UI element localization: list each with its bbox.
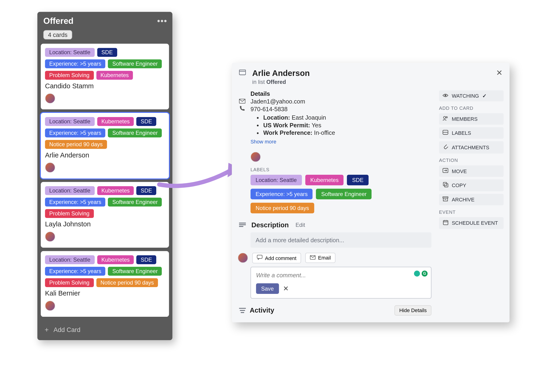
members-label: MEMBERS [452, 116, 478, 122]
card-label[interactable]: Problem Solving [45, 209, 94, 218]
description-icon [238, 222, 247, 229]
archive-icon [443, 196, 448, 203]
email-tab-icon [310, 255, 316, 261]
card-label[interactable]: Kubernetes [97, 117, 134, 126]
modal-label[interactable]: Software Engineer [316, 189, 372, 199]
column-title: Offered [43, 16, 73, 26]
card-label[interactable]: SDE [136, 255, 156, 264]
labels-label: LABELS [452, 130, 471, 136]
archive-label: ARCHIVE [452, 196, 475, 202]
watching-button[interactable]: WATCHING ✓ [439, 91, 504, 101]
card-avatar[interactable] [45, 231, 55, 242]
close-icon[interactable]: ✕ [494, 68, 505, 78]
card-label[interactable]: Software Engineer [108, 128, 162, 137]
modal-label[interactable]: Location: Seattle [251, 175, 302, 185]
email-tab[interactable]: Email [305, 253, 335, 263]
card-list: Location: SeattleSDEExperience: >5 years… [37, 43, 172, 321]
hide-details-button[interactable]: Hide Details [395, 305, 431, 316]
column-menu-icon[interactable]: ••• [157, 16, 167, 26]
grammarly-widget: G [414, 271, 428, 276]
card-labels-row: Location: SeattleKubernetesSDEExperience… [45, 186, 165, 218]
detail-bullet: Work Preference: In-office [263, 129, 432, 136]
card-label[interactable]: Kubernetes [96, 71, 133, 80]
comment-bubble-icon [257, 255, 262, 261]
card-label[interactable]: SDE [97, 48, 117, 57]
comment-input-box[interactable]: G Save ✕ [251, 267, 431, 299]
archive-button[interactable]: ARCHIVE [439, 194, 504, 205]
detail-bullets: Location: East JoaquinUS Work Permit: Ye… [257, 114, 431, 136]
card-label[interactable]: Location: Seattle [45, 48, 94, 57]
card-label[interactable]: Kubernetes [97, 186, 134, 195]
add-comment-label: Add comment [265, 255, 296, 261]
copy-button[interactable]: COPY [439, 179, 504, 191]
attachments-button[interactable]: ATTACHMENTS [439, 141, 504, 154]
paperclip-icon [443, 144, 448, 151]
card-label[interactable]: Location: Seattle [45, 186, 94, 195]
schedule-event-button[interactable]: SCHEDULE EVENT [439, 217, 504, 229]
show-more-link[interactable]: Show more [251, 139, 276, 145]
svg-rect-17 [443, 182, 447, 186]
card-label[interactable]: SDE [136, 117, 156, 126]
in-list-name[interactable]: Offered [266, 79, 286, 85]
activity-heading: Activity [250, 307, 274, 315]
action-heading: ACTION [439, 158, 504, 163]
modal-label[interactable]: SDE [347, 175, 369, 185]
card-label[interactable]: Software Engineer [108, 198, 162, 207]
card-label[interactable]: Problem Solving [45, 278, 94, 287]
detail-bullet: Location: East Joaquin [263, 114, 432, 121]
details-heading: Details [251, 91, 431, 97]
card-label[interactable]: Notice period 90 days [45, 140, 107, 149]
add-card-button[interactable]: ＋ Add Card [37, 321, 172, 339]
card-count-badge: 4 cards [43, 30, 72, 40]
svg-rect-18 [444, 184, 448, 187]
copy-icon [443, 182, 448, 189]
edit-description-link[interactable]: Edit [296, 222, 305, 228]
cancel-comment-icon[interactable]: ✕ [283, 285, 289, 293]
members-button[interactable]: MEMBERS [439, 113, 504, 125]
card-label[interactable]: Software Engineer [108, 59, 162, 68]
card-icon [238, 70, 247, 77]
card-avatar[interactable] [45, 301, 55, 311]
calendar-icon [443, 220, 448, 226]
card-label[interactable]: Notice period 90 days [96, 278, 158, 287]
card-title: Arlie Anderson [45, 151, 165, 159]
column-header: Offered ••• [37, 12, 172, 28]
card-label[interactable]: Software Engineer [108, 267, 162, 276]
grammarly-g-icon: G [422, 271, 428, 276]
description-placeholder[interactable]: Add a more detailed description... [251, 232, 431, 248]
add-comment-tab[interactable]: Add comment [252, 253, 301, 263]
plus-icon: ＋ [43, 325, 50, 334]
member-avatar[interactable] [251, 152, 261, 162]
modal-label[interactable]: Experience: >5 years [251, 189, 313, 199]
card-label[interactable]: Kubernetes [97, 255, 134, 264]
copy-label: COPY [452, 182, 466, 188]
modal-labels-row: Location: SeattleKubernetesSDEExperience… [251, 175, 431, 213]
card-label[interactable]: Experience: >5 years [45, 198, 105, 207]
move-button[interactable]: MOVE [439, 165, 504, 177]
description-heading: Description [251, 221, 289, 229]
modal-label[interactable]: Notice period 90 days [251, 203, 314, 213]
card-label[interactable]: SDE [136, 186, 156, 195]
labels-button[interactable]: LABELS [439, 127, 504, 139]
card-avatar[interactable] [45, 162, 55, 173]
card-detail-modal: ✕ Arlie Anderson in list Offered Details [232, 63, 509, 322]
event-heading: EVENT [439, 210, 504, 215]
kanban-card[interactable]: Location: SeattleSDEExperience: >5 years… [41, 44, 169, 109]
comment-input[interactable] [256, 272, 392, 279]
kanban-card[interactable]: Location: SeattleKubernetesSDEExperience… [41, 113, 169, 178]
svg-point-12 [443, 116, 446, 119]
eye-icon [443, 93, 448, 99]
card-avatar[interactable] [45, 93, 55, 104]
card-label[interactable]: Problem Solving [45, 71, 94, 80]
card-label[interactable]: Location: Seattle [45, 255, 94, 264]
kanban-card[interactable]: Location: SeattleKubernetesSDEExperience… [41, 182, 169, 248]
detail-bullet: US Work Permit: Yes [263, 122, 432, 128]
card-label[interactable]: Location: Seattle [45, 117, 94, 126]
modal-label[interactable]: Kubernetes [305, 175, 344, 185]
save-button[interactable]: Save [256, 283, 279, 294]
card-label[interactable]: Experience: >5 years [45, 267, 105, 276]
kanban-card[interactable]: Location: SeattleKubernetesSDEExperience… [41, 251, 169, 317]
card-label[interactable]: Experience: >5 years [45, 59, 105, 68]
card-label[interactable]: Experience: >5 years [45, 128, 105, 137]
labels-icon [443, 130, 448, 136]
